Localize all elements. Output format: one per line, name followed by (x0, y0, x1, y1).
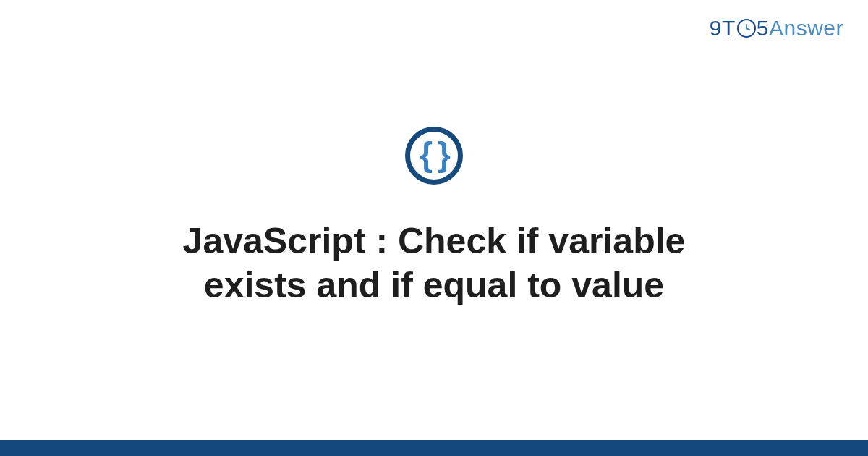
footer-accent-bar (0, 440, 868, 456)
code-braces-icon: { } (405, 127, 463, 185)
braces-glyph: { } (420, 138, 448, 171)
title-line-2: exists and if equal to value (204, 265, 664, 305)
main-content: { } JavaScript : Check if variable exist… (0, 0, 868, 456)
page-title: JavaScript : Check if variable exists an… (183, 219, 686, 308)
title-line-1: JavaScript : Check if variable (183, 221, 686, 261)
